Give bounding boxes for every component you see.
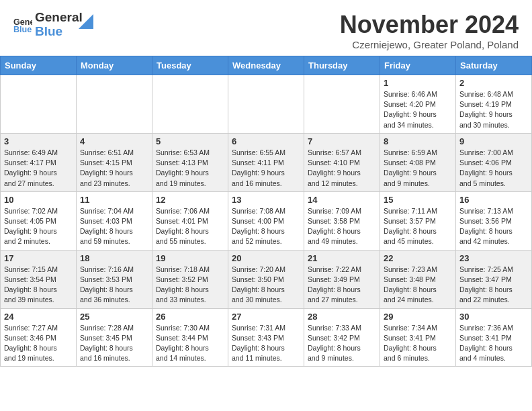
day-info: Sunrise: 7:20 AM Sunset: 3:50 PM Dayligh…	[232, 265, 300, 306]
month-title: November 2024	[340, 11, 519, 39]
day-number: 26	[156, 312, 224, 322]
calendar-cell: 17Sunrise: 7:15 AM Sunset: 3:54 PM Dayli…	[1, 250, 77, 308]
day-number: 9	[459, 136, 528, 146]
calendar-cell: 27Sunrise: 7:31 AM Sunset: 3:43 PM Dayli…	[228, 308, 304, 367]
calendar-cell: 9Sunrise: 7:00 AM Sunset: 4:06 PM Daylig…	[456, 133, 532, 191]
day-info: Sunrise: 6:55 AM Sunset: 4:11 PM Dayligh…	[232, 148, 300, 189]
calendar-cell: 21Sunrise: 7:22 AM Sunset: 3:49 PM Dayli…	[304, 250, 380, 308]
day-info: Sunrise: 6:46 AM Sunset: 4:20 PM Dayligh…	[384, 89, 452, 130]
weekday-header-friday: Friday	[380, 56, 456, 75]
calendar-cell: 16Sunrise: 7:13 AM Sunset: 3:56 PM Dayli…	[456, 191, 532, 250]
day-number: 21	[308, 253, 376, 263]
calendar-cell: 22Sunrise: 7:23 AM Sunset: 3:48 PM Dayli…	[380, 250, 456, 308]
day-number: 2	[459, 78, 528, 88]
calendar-cell: 8Sunrise: 6:59 AM Sunset: 4:08 PM Daylig…	[380, 133, 456, 191]
logo-icon: General Blue	[13, 15, 32, 34]
calendar-cell: 3Sunrise: 6:49 AM Sunset: 4:17 PM Daylig…	[1, 133, 77, 191]
calendar-cell: 18Sunrise: 7:16 AM Sunset: 3:53 PM Dayli…	[77, 250, 152, 308]
calendar-cell: 6Sunrise: 6:55 AM Sunset: 4:11 PM Daylig…	[228, 133, 304, 191]
weekday-header-saturday: Saturday	[456, 56, 532, 75]
day-info: Sunrise: 6:59 AM Sunset: 4:08 PM Dayligh…	[384, 148, 452, 189]
day-number: 27	[232, 312, 300, 322]
day-info: Sunrise: 7:06 AM Sunset: 4:01 PM Dayligh…	[156, 206, 224, 247]
logo-triangle-icon	[79, 14, 93, 29]
weekday-header-monday: Monday	[77, 56, 152, 75]
day-number: 14	[308, 195, 376, 205]
weekday-header-row: SundayMondayTuesdayWednesdayThursdayFrid…	[1, 56, 532, 75]
day-info: Sunrise: 7:23 AM Sunset: 3:48 PM Dayligh…	[384, 265, 452, 306]
day-info: Sunrise: 7:34 AM Sunset: 3:41 PM Dayligh…	[384, 323, 452, 364]
day-info: Sunrise: 6:49 AM Sunset: 4:17 PM Dayligh…	[4, 148, 73, 189]
calendar-cell: 1Sunrise: 6:46 AM Sunset: 4:20 PM Daylig…	[380, 75, 456, 134]
calendar-cell: 12Sunrise: 7:06 AM Sunset: 4:01 PM Dayli…	[152, 191, 228, 250]
calendar-cell: 24Sunrise: 7:27 AM Sunset: 3:46 PM Dayli…	[1, 308, 77, 367]
day-number: 11	[80, 195, 148, 205]
day-info: Sunrise: 7:18 AM Sunset: 3:52 PM Dayligh…	[156, 265, 224, 306]
day-info: Sunrise: 6:53 AM Sunset: 4:13 PM Dayligh…	[156, 148, 224, 189]
weekday-header-tuesday: Tuesday	[152, 56, 228, 75]
calendar-cell: 28Sunrise: 7:33 AM Sunset: 3:42 PM Dayli…	[304, 308, 380, 367]
day-number: 4	[80, 136, 148, 146]
day-info: Sunrise: 6:51 AM Sunset: 4:15 PM Dayligh…	[80, 148, 148, 189]
calendar-cell: 5Sunrise: 6:53 AM Sunset: 4:13 PM Daylig…	[152, 133, 228, 191]
day-number: 3	[4, 136, 73, 146]
calendar-cell: 30Sunrise: 7:36 AM Sunset: 3:41 PM Dayli…	[456, 308, 532, 367]
calendar-cell: 13Sunrise: 7:08 AM Sunset: 4:00 PM Dayli…	[228, 191, 304, 250]
day-info: Sunrise: 7:33 AM Sunset: 3:42 PM Dayligh…	[308, 323, 376, 364]
logo: General Blue General Blue	[13, 11, 93, 39]
day-info: Sunrise: 6:48 AM Sunset: 4:19 PM Dayligh…	[459, 89, 528, 130]
day-number: 20	[232, 253, 300, 263]
day-number: 12	[156, 195, 224, 205]
page-header: General Blue General Blue November 2024 …	[0, 0, 532, 56]
svg-text:Blue: Blue	[13, 25, 32, 34]
calendar-cell	[77, 75, 152, 134]
weekday-header-thursday: Thursday	[304, 56, 380, 75]
calendar-cell	[1, 75, 77, 134]
day-info: Sunrise: 7:22 AM Sunset: 3:49 PM Dayligh…	[308, 265, 376, 306]
day-number: 30	[459, 312, 528, 322]
calendar-cell: 20Sunrise: 7:20 AM Sunset: 3:50 PM Dayli…	[228, 250, 304, 308]
calendar-cell: 23Sunrise: 7:25 AM Sunset: 3:47 PM Dayli…	[456, 250, 532, 308]
day-info: Sunrise: 6:57 AM Sunset: 4:10 PM Dayligh…	[308, 148, 376, 189]
day-info: Sunrise: 7:02 AM Sunset: 4:05 PM Dayligh…	[4, 206, 73, 247]
calendar-week-row: 1Sunrise: 6:46 AM Sunset: 4:20 PM Daylig…	[1, 75, 532, 134]
day-info: Sunrise: 7:04 AM Sunset: 4:03 PM Dayligh…	[80, 206, 148, 247]
calendar-cell	[152, 75, 228, 134]
calendar-cell: 11Sunrise: 7:04 AM Sunset: 4:03 PM Dayli…	[77, 191, 152, 250]
day-number: 24	[4, 312, 73, 322]
day-info: Sunrise: 7:13 AM Sunset: 3:56 PM Dayligh…	[459, 206, 528, 247]
day-number: 19	[156, 253, 224, 263]
day-info: Sunrise: 7:15 AM Sunset: 3:54 PM Dayligh…	[4, 265, 73, 306]
calendar-week-row: 17Sunrise: 7:15 AM Sunset: 3:54 PM Dayli…	[1, 250, 532, 308]
calendar-cell: 2Sunrise: 6:48 AM Sunset: 4:19 PM Daylig…	[456, 75, 532, 134]
calendar-week-row: 10Sunrise: 7:02 AM Sunset: 4:05 PM Dayli…	[1, 191, 532, 250]
calendar-cell: 4Sunrise: 6:51 AM Sunset: 4:15 PM Daylig…	[77, 133, 152, 191]
day-number: 29	[384, 312, 452, 322]
location-text: Czerniejewo, Greater Poland, Poland	[340, 39, 519, 50]
weekday-header-sunday: Sunday	[1, 56, 77, 75]
calendar-table: SundayMondayTuesdayWednesdayThursdayFrid…	[0, 56, 532, 367]
day-number: 8	[384, 136, 452, 146]
day-number: 18	[80, 253, 148, 263]
day-number: 10	[4, 195, 73, 205]
calendar-cell: 14Sunrise: 7:09 AM Sunset: 3:58 PM Dayli…	[304, 191, 380, 250]
calendar-week-row: 24Sunrise: 7:27 AM Sunset: 3:46 PM Dayli…	[1, 308, 532, 367]
day-number: 25	[80, 312, 148, 322]
day-number: 6	[232, 136, 300, 146]
day-number: 7	[308, 136, 376, 146]
day-info: Sunrise: 7:31 AM Sunset: 3:43 PM Dayligh…	[232, 323, 300, 364]
calendar-cell: 25Sunrise: 7:28 AM Sunset: 3:45 PM Dayli…	[77, 308, 152, 367]
day-info: Sunrise: 7:00 AM Sunset: 4:06 PM Dayligh…	[459, 148, 528, 189]
title-area: November 2024 Czerniejewo, Greater Polan…	[340, 11, 519, 50]
calendar-cell: 26Sunrise: 7:30 AM Sunset: 3:44 PM Dayli…	[152, 308, 228, 367]
day-number: 28	[308, 312, 376, 322]
day-number: 15	[384, 195, 452, 205]
logo-general-text: General	[35, 11, 83, 25]
day-number: 13	[232, 195, 300, 205]
calendar-cell: 10Sunrise: 7:02 AM Sunset: 4:05 PM Dayli…	[1, 191, 77, 250]
day-info: Sunrise: 7:28 AM Sunset: 3:45 PM Dayligh…	[80, 323, 148, 364]
calendar-cell: 15Sunrise: 7:11 AM Sunset: 3:57 PM Dayli…	[380, 191, 456, 250]
day-info: Sunrise: 7:16 AM Sunset: 3:53 PM Dayligh…	[80, 265, 148, 306]
calendar-week-row: 3Sunrise: 6:49 AM Sunset: 4:17 PM Daylig…	[1, 133, 532, 191]
day-number: 16	[459, 195, 528, 205]
